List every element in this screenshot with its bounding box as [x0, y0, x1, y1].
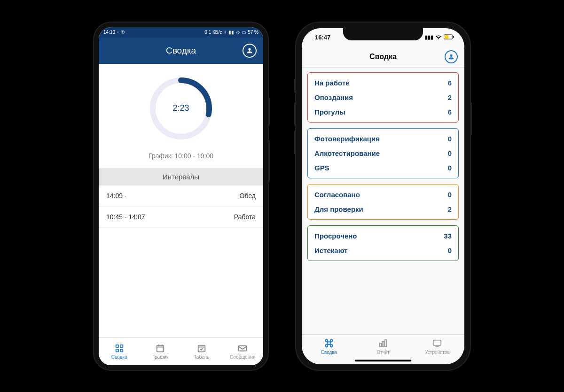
summary-panel: 2:23 График: 10:00 - 19:00 [99, 64, 263, 168]
stat-row: На работе6 [308, 76, 458, 90]
android-side-button [268, 98, 270, 126]
ios-screen: 16:47 ▮▮▮ Сводка На работе6 [302, 28, 464, 364]
profile-button[interactable] [445, 50, 458, 63]
stat-row: Просрочено33 [308, 229, 458, 243]
tab-label: График [152, 354, 168, 360]
progress-ring: 2:23 [146, 73, 216, 144]
stat-row: Для проверки2 [308, 202, 458, 216]
tab-schedule[interactable]: График [140, 338, 181, 365]
android-status-bar: 14:10 ▫ ✆ 0,1 КБ/с ᚼ ▮▮ ◇ ▭ 57 % [99, 27, 263, 38]
page-title: Сводка [166, 46, 196, 56]
tab-label: Сводка [111, 354, 127, 360]
tab-messages[interactable]: Сообщения [222, 338, 264, 365]
ios-titlebar: Сводка [302, 47, 464, 68]
svg-rect-3 [120, 345, 123, 347]
signal-icon: ▮▮ [228, 30, 234, 35]
card-approval[interactable]: Согласовано0 Для проверки2 [307, 184, 459, 220]
tab-timesheet[interactable]: Табель [181, 338, 222, 365]
stat-row: Опоздания2 [308, 90, 458, 105]
card-attendance[interactable]: На работе6 Опоздания2 Прогулы6 [307, 72, 459, 123]
tab-label: Устройства [425, 350, 449, 355]
stat-label: Истекают [314, 246, 347, 254]
tab-label: Сводка [321, 350, 337, 355]
status-data-rate: 0,1 КБ/с [204, 30, 222, 35]
svg-rect-12 [239, 346, 247, 351]
stat-value: 0 [448, 135, 452, 143]
stat-row: Согласовано0 [308, 187, 458, 202]
card-deadlines[interactable]: Просрочено33 Истекают0 [307, 225, 459, 261]
stat-row: GPS0 [308, 161, 458, 175]
battery-icon: ▭ [242, 30, 246, 35]
android-phone-frame: 14:10 ▫ ✆ 0,1 КБ/с ᚼ ▮▮ ◇ ▭ 57 % Сводка [94, 23, 268, 370]
stat-row: Фотоверификация0 [308, 131, 458, 146]
svg-rect-19 [433, 340, 441, 346]
stat-label: GPS [314, 164, 329, 172]
bluetooth-icon: ᚼ [224, 30, 227, 35]
tab-devices[interactable]: Устройства [410, 335, 464, 359]
monitor-icon [432, 338, 442, 348]
ios-side-button [294, 131, 296, 154]
profile-icon [445, 50, 458, 63]
svg-rect-18 [385, 340, 387, 347]
intervals-header: Интервалы [99, 168, 263, 185]
calendar-check-icon [196, 343, 207, 354]
stat-label: Согласовано [314, 191, 360, 199]
intervals-list: 14:09 - Обед 10:45 - 14:07 Работа [99, 185, 263, 228]
android-titlebar: Сводка [99, 38, 263, 64]
page-title: Сводка [369, 53, 397, 61]
stat-value: 0 [448, 164, 452, 172]
stat-label: Просрочено [314, 232, 357, 240]
interval-type: Обед [240, 192, 256, 200]
stat-row: Прогулы6 [308, 105, 458, 119]
profile-button[interactable] [243, 44, 257, 58]
stat-value: 6 [448, 108, 452, 116]
tab-summary[interactable]: Сводка [302, 335, 356, 359]
stat-value: 2 [448, 93, 452, 101]
ios-side-button [470, 102, 472, 135]
mail-icon [237, 343, 248, 354]
status-battery: 57 % [248, 30, 258, 35]
stat-label: На работе [314, 79, 350, 87]
svg-rect-6 [157, 345, 164, 352]
ios-side-button [294, 79, 296, 93]
ios-phone-frame: 16:47 ▮▮▮ Сводка На работе6 [296, 23, 470, 370]
tab-label: Табель [194, 354, 209, 360]
sim-icon: ▫ [117, 30, 119, 35]
status-time: 14:10 [103, 30, 115, 35]
stat-label: Для проверки [314, 205, 363, 213]
interval-row[interactable]: 10:45 - 14:07 Работа [99, 207, 263, 228]
svg-rect-15 [453, 36, 454, 38]
card-verification[interactable]: Фотоверификация0 Алкотестирование0 GPS0 [307, 128, 459, 178]
svg-rect-17 [382, 341, 384, 346]
stat-value: 0 [448, 246, 452, 254]
summary-cards: На работе6 Опоздания2 Прогулы6 Фотовериф… [302, 68, 464, 266]
stat-value: 0 [448, 149, 452, 157]
android-side-button [268, 140, 270, 182]
android-tabbar: Сводка График Табель Сообщения [99, 337, 263, 365]
interval-row[interactable]: 14:09 - Обед [99, 185, 263, 207]
profile-icon [243, 44, 257, 58]
elapsed-time: 2:23 [146, 73, 216, 144]
status-time: 16:47 [315, 34, 330, 41]
tab-summary[interactable]: Сводка [99, 338, 140, 365]
svg-rect-5 [120, 349, 123, 352]
schedule-label: График: 10:00 - 19:00 [99, 152, 263, 160]
tab-report[interactable]: Отчёт [356, 335, 410, 359]
svg-rect-2 [116, 345, 118, 347]
interval-time: 10:45 - 14:07 [106, 213, 145, 221]
wifi-icon [435, 35, 442, 40]
ios-side-button [294, 102, 296, 126]
tab-label: Сообщения [230, 354, 255, 360]
ios-home-indicator [355, 360, 411, 361]
signal-icon: ▮▮▮ [425, 34, 433, 40]
stat-label: Опоздания [314, 93, 353, 101]
stat-value: 2 [448, 205, 452, 213]
interval-type: Работа [234, 213, 256, 221]
tab-label: Отчёт [376, 350, 390, 355]
interval-time: 14:09 - [106, 192, 127, 200]
svg-rect-4 [116, 349, 118, 352]
stat-value: 6 [448, 79, 452, 87]
bar-chart-icon [378, 338, 388, 348]
stat-label: Алкотестирование [314, 149, 380, 157]
svg-rect-16 [380, 343, 382, 346]
